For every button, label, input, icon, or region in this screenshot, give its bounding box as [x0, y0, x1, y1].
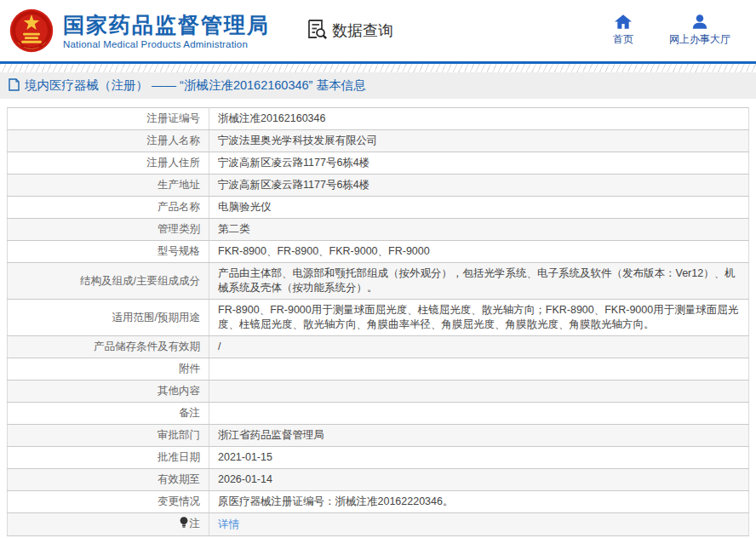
row-label: 批准日期: [158, 451, 200, 463]
table-row: 注册人住所 宁波高新区凌云路1177号6栋4楼: [8, 152, 749, 175]
nav-item-home[interactable]: 首页: [613, 14, 633, 47]
row-value: 2026-01-14: [218, 473, 272, 485]
row-label: 结构及组成/主要组成成分: [80, 275, 200, 287]
nav-item-label: 首页: [613, 32, 633, 47]
table-row: 产品储存条件及有效期 /: [8, 336, 749, 358]
page-header: 国家药品监督管理局 National Medical Products Admi…: [0, 0, 756, 61]
info-table-body: 注册证编号 浙械注准20162160346 注册人名称 宁波法里奥光学科技发展有…: [8, 108, 749, 536]
data-search-icon: [306, 18, 328, 44]
row-label: 型号规格: [158, 245, 200, 257]
table-row: 备注: [8, 403, 749, 425]
row-value: 电脑验光仪: [218, 201, 272, 213]
national-emblem-logo: [9, 8, 54, 54]
row-label: 产品储存条件及有效期: [94, 341, 200, 352]
row-label: 产品名称: [158, 201, 200, 213]
row-value: 浙械注准20162160346: [218, 112, 325, 124]
row-label: 审批部门: [158, 429, 200, 441]
table-row: 变更情况 原医疗器械注册证编号：浙械注准20162220346。: [8, 491, 749, 513]
table-row: 管理类别 第二类: [8, 219, 749, 241]
row-label: 注册人住所: [147, 157, 201, 169]
row-label: 备注: [179, 407, 200, 419]
document-icon: [9, 78, 20, 94]
bulb-icon: [180, 517, 188, 532]
row-label: 注: [190, 518, 201, 529]
row-label: 其他内容: [158, 385, 200, 397]
row-label: 注册人名称: [147, 134, 201, 146]
table-row: 适用范围/预期用途 FR-8900、FR-9000用于测量球面屈光度、柱镜屈光度…: [8, 300, 749, 336]
table-row: 产品名称 电脑验光仪: [8, 197, 749, 219]
content-area: 注册证编号 浙械注准20162160346 注册人名称 宁波法里奥光学科技发展有…: [0, 99, 756, 536]
row-label: 注册证编号: [147, 112, 201, 124]
nav-item-service-hall[interactable]: 网上办事大厅: [669, 14, 730, 47]
row-value: 第二类: [218, 223, 250, 235]
table-row: 注 详情: [8, 513, 749, 536]
nav-item-label: 网上办事大厅: [669, 32, 730, 47]
table-row: 其他内容: [8, 381, 749, 403]
agency-name-zh: 国家药品监督管理局: [63, 13, 270, 37]
table-row: 注册证编号 浙械注准20162160346: [8, 108, 749, 130]
row-label: 管理类别: [158, 223, 200, 235]
row-value: FKR-8900、FR-8900、FKR-9000、FR-9000: [218, 245, 430, 257]
row-value: /: [218, 341, 220, 352]
table-row: 型号规格 FKR-8900、FR-8900、FKR-9000、FR-9000: [8, 241, 749, 263]
hatch-band: [0, 64, 756, 72]
table-row: 注册人名称 宁波法里奥光学科技发展有限公司: [8, 130, 749, 152]
row-value: 2021-01-15: [218, 451, 272, 463]
data-query-label: 数据查询: [332, 20, 393, 41]
row-value: 浙江省药品监督管理局: [218, 429, 324, 441]
row-label: 附件: [179, 363, 200, 375]
header-nav: 首页 网上办事大厅: [613, 14, 730, 47]
row-label: 生产地址: [158, 179, 200, 191]
home-icon: [615, 14, 632, 29]
detail-link[interactable]: 详情: [218, 518, 239, 530]
row-value: FR-8900、FR-9000用于测量球面屈光度、柱镜屈光度、散光轴方向；FKR…: [218, 304, 738, 330]
table-row: 有效期至 2026-01-14: [8, 469, 749, 491]
table-row: 生产地址 宁波高新区凌云路1177号6栋4楼: [8, 175, 749, 197]
table-row: 附件: [8, 358, 749, 381]
user-icon: [692, 14, 707, 29]
agency-title: 国家药品监督管理局 National Medical Products Admi…: [63, 13, 270, 49]
row-label: 变更情况: [158, 495, 200, 507]
table-row: 结构及组成/主要组成成分 产品由主体部、电源部和颚托部组成（按外观分），包括光学…: [8, 263, 749, 300]
row-label: 适用范围/预期用途: [112, 312, 200, 323]
data-query-section[interactable]: 数据查询: [306, 18, 393, 44]
page-title: 境内医疗器械（注册） —— “浙械注准20162160346” 基本信息: [25, 77, 365, 94]
table-row: 审批部门 浙江省药品监督管理局: [8, 425, 749, 447]
row-value: 原医疗器械注册证编号：浙械注准20162220346。: [218, 495, 453, 507]
row-value: 宁波高新区凌云路1177号6栋4楼: [218, 157, 369, 169]
breadcrumb: 境内医疗器械（注册） —— “浙械注准20162160346” 基本信息: [0, 72, 756, 99]
row-value: 宁波法里奥光学科技发展有限公司: [218, 134, 378, 146]
agency-name-en: National Medical Products Administration: [63, 39, 270, 49]
row-label: 有效期至: [158, 473, 200, 485]
registration-info-table: 注册证编号 浙械注准20162160346 注册人名称 宁波法里奥光学科技发展有…: [7, 107, 749, 536]
row-value: 宁波高新区凌云路1177号6栋4楼: [218, 179, 369, 191]
table-row: 批准日期 2021-01-15: [8, 447, 749, 469]
row-value: 产品由主体部、电源部和颚托部组成（按外观分），包括光学系统、电子系统及软件（发布…: [218, 267, 736, 294]
